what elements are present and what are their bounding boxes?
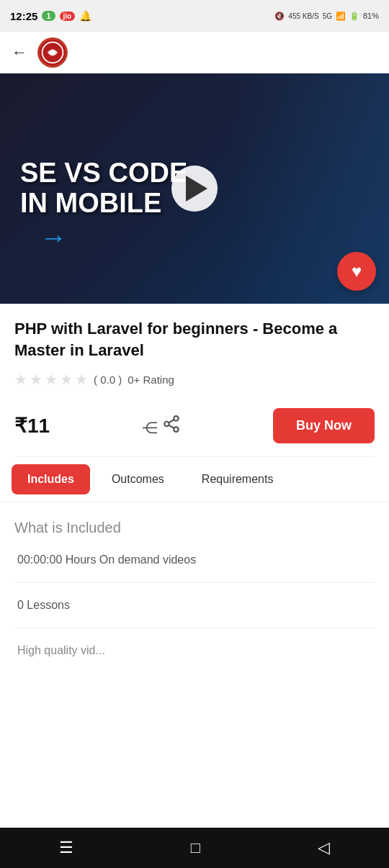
tab-outcomes[interactable]: Outcomes	[96, 464, 180, 494]
svg-point-3	[174, 416, 179, 421]
app-header: ←	[0, 32, 389, 73]
status-bar: 12:25 1 jio 🔔 🔇 455 KB/S 5G 📶 🔋 81%	[0, 0, 389, 32]
star-4: ★	[60, 371, 73, 388]
star-5: ★	[75, 371, 88, 388]
signal-icon: 📶	[336, 12, 346, 21]
divider-3	[14, 628, 375, 628]
share-svg-icon	[162, 415, 181, 433]
star-2: ★	[30, 371, 43, 388]
course-price: ₹11	[14, 414, 50, 438]
sim-badge: 1	[42, 11, 55, 21]
tabs-row: Includes Outcomes Requirements	[0, 457, 389, 502]
logo-svg	[40, 40, 66, 65]
bottom-navigation: ☰ □ ◁	[0, 828, 389, 868]
share-button[interactable]: ⋲	[136, 409, 187, 443]
video-thumbnail: SE VS CODE IN MOBILE → ♥	[0, 73, 389, 304]
menu-nav-icon[interactable]: ☰	[59, 838, 73, 857]
include-item-2: 0 Lessons	[14, 599, 375, 612]
video-arrow-icon: →	[40, 222, 67, 253]
svg-line-7	[169, 420, 174, 422]
time-display: 12:25	[10, 10, 37, 22]
rating-row: ★ ★ ★ ★ ★ ( 0.0 ) 0+ Rating	[14, 371, 375, 388]
favorite-button[interactable]: ♥	[337, 252, 376, 291]
network-type: 5G	[323, 12, 332, 20]
play-triangle-icon	[186, 176, 207, 202]
svg-point-5	[174, 427, 179, 432]
svg-point-4	[164, 422, 169, 427]
app-logo	[37, 37, 68, 68]
star-1: ★	[14, 371, 27, 388]
status-bar-left: 12:25 1 jio 🔔	[10, 10, 91, 22]
status-bar-right: 🔇 455 KB/S 5G 📶 🔋 81%	[274, 12, 379, 21]
tab-includes[interactable]: Includes	[12, 464, 90, 494]
price-row: ₹11 ⋲ Buy Now	[0, 408, 389, 456]
mute-icon: 🔇	[274, 12, 285, 21]
svg-line-6	[169, 425, 174, 428]
notification-icon: 🔔	[79, 10, 91, 22]
home-nav-icon[interactable]: □	[191, 838, 200, 857]
course-info-section: PHP with Laravel for beginners - Become …	[0, 304, 389, 408]
back-button[interactable]: ←	[12, 43, 27, 62]
course-title: PHP with Laravel for beginners - Become …	[14, 318, 375, 361]
include-item-1: 00:00:00 Hours On demand videos	[14, 553, 375, 566]
star-3: ★	[45, 371, 58, 388]
buy-now-button[interactable]: Buy Now	[273, 408, 375, 443]
section-title: What is Included	[14, 520, 375, 536]
rating-count: ( 0.0 )	[94, 374, 122, 386]
back-nav-icon[interactable]: ◁	[318, 838, 330, 857]
heart-icon: ♥	[352, 261, 362, 281]
battery-percent: 81%	[363, 12, 379, 20]
svg-point-2	[50, 50, 55, 55]
play-button[interactable]	[171, 166, 218, 212]
divider-2	[14, 582, 375, 583]
carrier-badge: jio	[60, 12, 76, 21]
includes-content: What is Included 00:00:00 Hours On deman…	[0, 502, 389, 674]
tab-requirements[interactable]: Requirements	[186, 464, 290, 494]
share-icon: ⋲	[142, 419, 158, 437]
rating-label: 0+ Rating	[128, 374, 174, 386]
include-item-3: High quality vid...	[14, 644, 375, 657]
battery-icon: 🔋	[349, 12, 359, 21]
network-speed: 455 KB/S	[288, 12, 318, 20]
star-rating: ★ ★ ★ ★ ★	[14, 371, 88, 388]
